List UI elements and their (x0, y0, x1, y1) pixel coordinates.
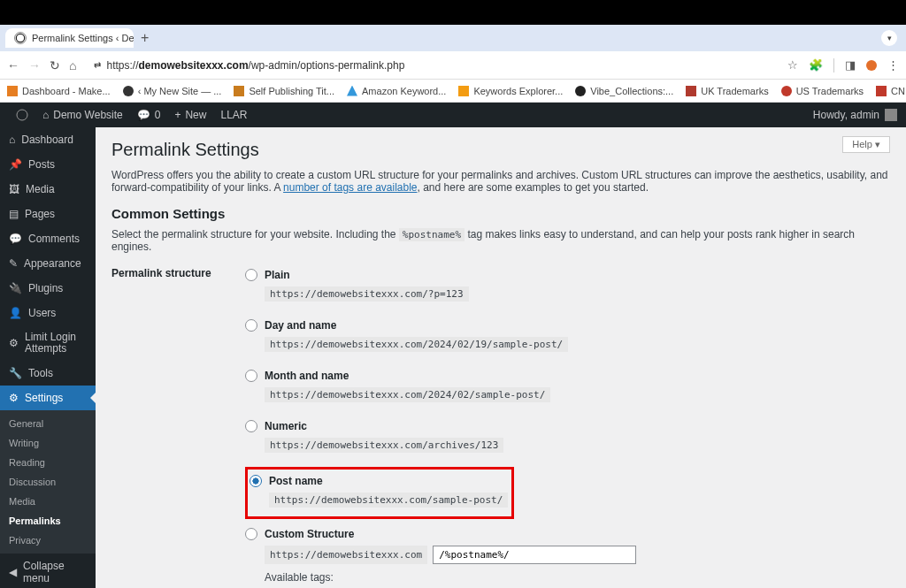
wp-logo-icon[interactable] (9, 109, 35, 121)
submenu-reading[interactable]: Reading (0, 453, 96, 472)
wordpress-favicon (14, 32, 27, 44)
extensions-icon[interactable]: 🧩 (809, 58, 823, 72)
back-button[interactable]: ← (7, 58, 19, 73)
option-plain[interactable]: Plain https://demowebsitexxx.com/?p=123 (245, 265, 890, 305)
bookmark-item[interactable]: Dashboard - Make... (7, 86, 111, 96)
reload-button[interactable]: ↻ (50, 58, 60, 73)
sidebar-item-dashboard[interactable]: ⌂Dashboard (0, 127, 96, 152)
submenu-discussion[interactable]: Discussion (0, 472, 96, 492)
account-icon[interactable] (866, 60, 877, 71)
menu-icon[interactable]: ⋮ (887, 58, 899, 72)
address-bar[interactable]: ⇄ https://demowebsitexxx.com/wp-admin/op… (85, 54, 779, 77)
submenu-media[interactable]: Media (0, 492, 96, 511)
browser-toolbar: ← → ↻ ⌂ ⇄ https://demowebsitexxx.com/wp-… (0, 51, 906, 80)
bookmark-item[interactable]: US Trademarks (781, 86, 864, 96)
url-text: https://demowebsitexxx.com/wp-admin/opti… (106, 59, 404, 72)
site-link[interactable]: ⌂Demo Website (35, 109, 130, 121)
home-button[interactable]: ⌂ (69, 58, 76, 73)
submenu-general[interactable]: General (0, 414, 96, 433)
bookmark-item[interactable]: ‹ My New Site — ... (123, 86, 222, 96)
help-button[interactable]: Help ▾ (842, 136, 890, 153)
submenu-privacy[interactable]: Privacy (0, 531, 96, 550)
toolbar-actions: ☆ 🧩 ◨ ⋮ (787, 58, 899, 73)
submenu-writing[interactable]: Writing (0, 433, 96, 453)
sidebar-item-llar[interactable]: ⚙Limit Login Attempts (0, 325, 96, 361)
bookmark-item[interactable]: Vibe_Collections:... (575, 86, 673, 96)
wp-content-area: Help ▾ Permalink Settings WordPress offe… (96, 127, 906, 588)
submenu-permalinks[interactable]: Permalinks (0, 511, 96, 531)
forward-button[interactable]: → (28, 58, 41, 73)
bookmark-item[interactable]: CN Trademarks (876, 86, 906, 96)
option-url-example: https://demowebsitexxx.com/archives/123 (265, 438, 503, 453)
sidebar-item-media[interactable]: 🖼Media (0, 177, 96, 202)
option-numeric[interactable]: Numeric https://demowebsitexxx.com/archi… (245, 416, 890, 456)
new-content-link[interactable]: +New (167, 109, 213, 121)
bookmark-item[interactable]: Self Publishing Tit... (234, 86, 334, 96)
tags-label: Available tags: (265, 571, 890, 584)
star-icon[interactable]: ☆ (787, 58, 798, 72)
radio-icon[interactable] (245, 420, 257, 432)
panel-icon[interactable]: ◨ (845, 58, 856, 72)
radio-icon[interactable] (245, 269, 257, 281)
sidebar-item-settings[interactable]: ⚙Settings (0, 386, 96, 410)
new-tab-button[interactable]: + (137, 27, 152, 50)
option-url-example: https://demowebsitexxx.com/?p=123 (265, 286, 469, 302)
radio-icon[interactable] (245, 319, 257, 332)
structure-label: Permalink structure (111, 265, 213, 588)
radio-icon[interactable] (245, 370, 257, 382)
sidebar-item-users[interactable]: 👤Users (0, 301, 96, 325)
option-url-example: https://demowebsitexxx.com/2024/02/sampl… (265, 387, 550, 402)
sidebar-item-comments[interactable]: 💬Comments (0, 226, 96, 251)
highlighted-option: Post name https://demowebsitexxx.com/sam… (245, 467, 514, 519)
section-description: Select the permalink structure for your … (111, 228, 890, 253)
intro-text: WordPress offers you the ability to crea… (111, 169, 890, 194)
sidebar-item-pages[interactable]: ▤Pages (0, 202, 96, 226)
radio-icon[interactable] (245, 528, 257, 540)
bookmark-bar: Dashboard - Make... ‹ My New Site — ... … (0, 80, 906, 103)
avatar-icon[interactable] (885, 109, 897, 121)
site-settings-icon[interactable]: ⇄ (94, 60, 101, 70)
sidebar-item-posts[interactable]: 📌Posts (0, 152, 96, 177)
sidebar-item-tools[interactable]: 🔧Tools (0, 361, 96, 386)
sidebar-item-appearance[interactable]: ✎Appearance (0, 251, 96, 276)
option-url-example: https://demowebsitexxx.com/2024/02/19/sa… (265, 337, 568, 352)
section-heading: Common Settings (111, 206, 890, 221)
collapse-menu-button[interactable]: ◀Collapse menu (0, 554, 96, 588)
tab-title: Permalink Settings ‹ Demo W (32, 33, 134, 43)
custom-base-url: https://demowebsitexxx.com (265, 546, 427, 564)
tabs-dropdown-button[interactable]: ▾ (881, 30, 897, 46)
bookmark-item[interactable]: UK Trademarks (686, 86, 768, 96)
option-day-and-name[interactable]: Day and name https://demowebsitexxx.com/… (245, 316, 890, 355)
comments-link[interactable]: 💬0 (130, 109, 168, 121)
llar-link[interactable]: LLAR (213, 109, 254, 121)
radio-icon[interactable] (250, 475, 262, 487)
howdy-text[interactable]: Howdy, admin (813, 109, 879, 121)
option-custom[interactable]: Custom Structure https://demowebsitexxx.… (245, 524, 890, 588)
bookmark-item[interactable]: Amazon Keyword... (347, 86, 446, 96)
option-url-example: https://demowebsitexxx.com/sample-post/ (269, 493, 508, 508)
wp-admin-bar: ⌂Demo Website 💬0 +New LLAR Howdy, admin (0, 103, 906, 127)
settings-submenu: General Writing Reading Discussion Media… (0, 410, 96, 554)
custom-structure-input[interactable] (433, 546, 636, 564)
sidebar-item-plugins[interactable]: 🔌Plugins (0, 276, 96, 301)
browser-tab-strip: Permalink Settings ‹ Demo W ✕ + ▾ (0, 25, 906, 51)
option-month-and-name[interactable]: Month and name https://demowebsitexxx.co… (245, 366, 890, 406)
tags-link[interactable]: number of tags are available (283, 181, 417, 194)
browser-tab[interactable]: Permalink Settings ‹ Demo W ✕ (5, 28, 134, 48)
option-post-name[interactable]: Post name https://demowebsitexxx.com/sam… (250, 471, 508, 511)
wp-admin-sidebar: ⌂Dashboard 📌Posts 🖼Media ▤Pages 💬Comment… (0, 127, 96, 588)
svg-point-2 (17, 110, 27, 120)
page-title: Permalink Settings (111, 140, 890, 160)
bookmark-item[interactable]: Keywords Explorer... (458, 86, 563, 96)
